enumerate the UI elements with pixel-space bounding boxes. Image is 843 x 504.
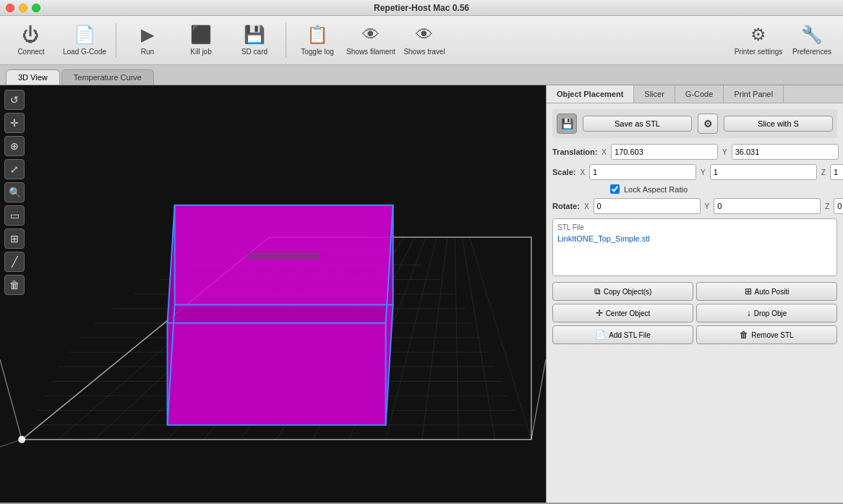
toggle-log-label: Toggle log — [301, 48, 334, 56]
action-row-3: 📄 Add STL File 🗑 Remove STL — [552, 325, 837, 344]
toggle-log-button[interactable]: 📋 Toggle log — [292, 19, 343, 62]
kill-job-icon: ⬛ — [190, 25, 212, 45]
shows-travel-label: Shows travel — [403, 48, 445, 56]
load-gcode-icon: 📄 — [74, 25, 95, 45]
sx-label: X — [580, 168, 585, 176]
scale-x-input[interactable] — [589, 164, 696, 180]
scale-y-input[interactable] — [710, 164, 817, 180]
tab-object-placement[interactable]: Object Placement — [547, 85, 634, 103]
rotate-y-input[interactable] — [714, 198, 821, 214]
save-stl-label: Save as STL — [615, 119, 660, 128]
title-bar: Repetier-Host Mac 0.56 — [0, 0, 843, 16]
trash-icon: 🗑 — [740, 330, 748, 340]
frame-button[interactable]: ▭ — [4, 205, 25, 226]
rotate-z-input[interactable] — [834, 198, 843, 214]
panel-content: 💾 Save as STL ⚙ Slice with S Translation… — [547, 103, 843, 503]
kill-job-button[interactable]: ⬛ Kill job — [176, 19, 226, 62]
toolbar-separator-2 — [286, 23, 286, 58]
scale-label: Scale: — [552, 168, 575, 176]
load-gcode-button[interactable]: 📄 Load G-Code — [59, 19, 110, 62]
connect-label: Connect — [17, 48, 44, 56]
preferences-icon: 🔧 — [801, 25, 823, 45]
copy-objects-label: Copy Object(s) — [604, 288, 652, 296]
panel-tab-bar: Object Placement Slicer G-Code Print Pan… — [547, 85, 843, 103]
tab-print-panel[interactable]: Print Panel — [724, 85, 784, 103]
move-button[interactable]: ⤢ — [4, 159, 25, 179]
rz-label: Z — [825, 202, 829, 210]
main-tab-bar: 3D View Temperature Curve — [0, 65, 843, 85]
translation-x-input[interactable] — [611, 144, 718, 160]
tab-temperature-curve[interactable]: Temperature Curve — [61, 69, 154, 85]
rotate-label: Rotate: — [552, 202, 580, 210]
tab-gcode[interactable]: G-Code — [675, 85, 724, 103]
sd-card-button[interactable]: 💾 SD card — [229, 19, 280, 62]
sd-card-label: SD card — [241, 48, 268, 56]
translation-row: Translation: X Y Z — [552, 144, 837, 160]
sd-card-icon: 💾 — [244, 25, 265, 45]
main-area: ↺ ✛ ⊕ ⤢ 🔍 ▭ ⊞ ╱ 🗑 Object Placement Slice… — [0, 85, 843, 503]
run-label: Run — [141, 48, 154, 56]
printer-settings-icon: ⚙ — [750, 25, 766, 45]
lock-aspect-row: Lock Aspect Ratio — [610, 184, 837, 194]
save-stl-button[interactable]: Save as STL — [583, 116, 692, 132]
preferences-label: Preferences — [792, 48, 831, 56]
shows-travel-button[interactable]: 👁 Shows travel — [399, 19, 450, 62]
add-stl-label: Add STL File — [609, 331, 650, 339]
zoom-in-button[interactable]: 🔍 — [4, 182, 25, 202]
stl-header-row: 💾 Save as STL ⚙ Slice with S — [552, 109, 837, 138]
shows-travel-icon: 👁 — [416, 25, 433, 45]
toolbar-separator-1 — [116, 23, 116, 58]
pan-button[interactable]: ✛ — [4, 113, 25, 133]
stl-file-name: LinkItONE_Top_Simple.stl — [557, 234, 832, 243]
ruler-button[interactable]: ╱ — [4, 252, 25, 272]
svg-marker-33 — [175, 205, 393, 305]
auto-position-button[interactable]: ⊞ Auto Positi — [696, 282, 837, 301]
ty-label: Y — [722, 148, 727, 156]
sy-label: Y — [701, 168, 706, 176]
connect-button[interactable]: ⏻ Connect — [6, 19, 56, 62]
minimize-button[interactable] — [19, 4, 27, 12]
auto-position-label: Auto Positi — [755, 288, 789, 296]
add-file-icon: 📄 — [595, 330, 606, 340]
save-icon-btn[interactable]: 💾 — [557, 114, 577, 134]
shows-filament-icon: 👁 — [362, 25, 380, 45]
viewport[interactable]: ↺ ✛ ⊕ ⤢ 🔍 ▭ ⊞ ╱ 🗑 — [0, 85, 546, 503]
view-tools: ↺ ✛ ⊕ ⤢ 🔍 ▭ ⊞ ╱ 🗑 — [4, 90, 25, 295]
drop-object-button[interactable]: ↓ Drop Obje — [696, 304, 837, 323]
scale-z-input[interactable] — [830, 164, 843, 180]
preferences-button[interactable]: 🔧 Preferences — [787, 19, 837, 62]
orbit-button[interactable]: ⊕ — [4, 136, 25, 156]
remove-stl-button[interactable]: 🗑 Remove STL — [696, 325, 837, 344]
slice-button[interactable]: Slice with S — [724, 116, 833, 132]
run-button[interactable]: ▶ Run — [122, 19, 173, 62]
toolbar-right: ⚙ Printer settings 🔧 Preferences — [733, 19, 837, 62]
remove-stl-label: Remove STL — [751, 331, 793, 339]
delete-button[interactable]: 🗑 — [4, 275, 25, 295]
tab-3d-view[interactable]: 3D View — [6, 69, 60, 85]
view-area: ↺ ✛ ⊕ ⤢ 🔍 ▭ ⊞ ╱ 🗑 — [0, 85, 547, 503]
tab-slicer[interactable]: Slicer — [634, 85, 675, 103]
drop-icon: ↓ — [747, 308, 751, 318]
action-row-1: ⧉ Copy Object(s) ⊞ Auto Positi — [552, 282, 837, 301]
copy-icon: ⧉ — [594, 286, 601, 296]
right-panel: Object Placement Slicer G-Code Print Pan… — [547, 85, 843, 503]
shows-filament-button[interactable]: 👁 Shows filament — [346, 19, 396, 62]
translation-y-input[interactable] — [732, 144, 839, 160]
window-title: Repetier-Host Mac 0.56 — [374, 3, 469, 13]
center-object-button[interactable]: ✛ Center Object — [552, 304, 693, 323]
reset-view-button[interactable]: ↺ — [4, 90, 25, 110]
add-stl-button[interactable]: 📄 Add STL File — [552, 325, 693, 344]
copy-objects-button[interactable]: ⧉ Copy Object(s) — [552, 282, 693, 301]
printer-settings-button[interactable]: ⚙ Printer settings — [733, 19, 784, 62]
center-object-label: Center Object — [606, 309, 651, 317]
lock-aspect-checkbox[interactable] — [610, 184, 620, 194]
close-button[interactable] — [6, 4, 14, 12]
rotate-x-input[interactable] — [594, 198, 701, 214]
3d-scene — [0, 85, 546, 503]
sz-label: Z — [821, 168, 826, 176]
grid-button[interactable]: ⊞ — [4, 228, 25, 249]
stl-file-section: STL File LinkItONE_Top_Simple.stl — [552, 218, 837, 276]
gear-button[interactable]: ⚙ — [698, 114, 718, 134]
maximize-button[interactable] — [32, 4, 40, 12]
load-gcode-label: Load G-Code — [63, 48, 106, 56]
